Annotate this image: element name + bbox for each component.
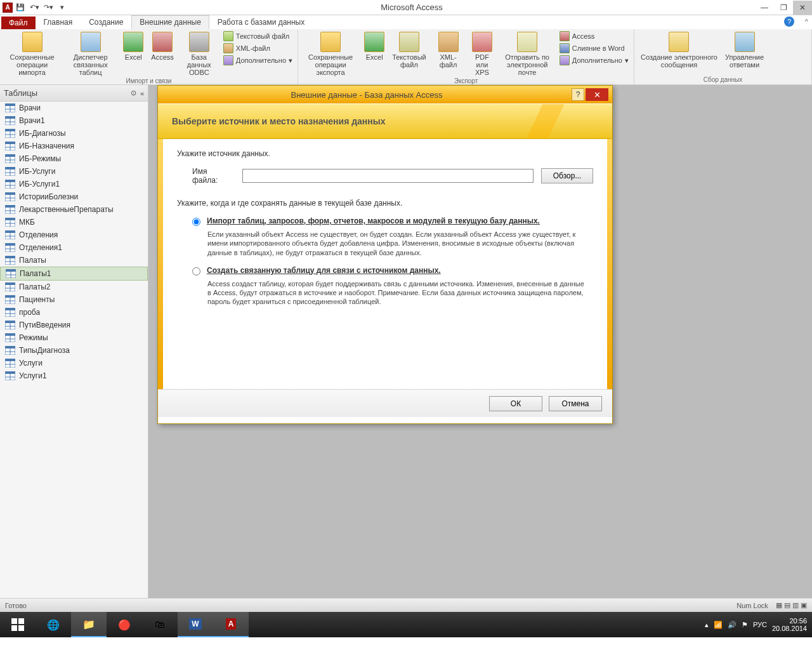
- table-icon: [5, 256, 15, 265]
- file-name-input[interactable]: [242, 169, 534, 183]
- create-email-button[interactable]: Создание электронного сообщения: [638, 30, 720, 70]
- dialog-close-button[interactable]: ✕: [586, 88, 608, 101]
- table-icon: [5, 295, 15, 304]
- pdf-icon: [472, 32, 492, 52]
- export-more-button[interactable]: Дополнительно ▾: [558, 55, 630, 66]
- tab-create[interactable]: Создание: [81, 15, 131, 29]
- tab-database-tools[interactable]: Работа с базами данных: [209, 15, 313, 29]
- saved-imports-button[interactable]: Сохраненные операции импорта: [4, 30, 60, 77]
- tray-up-icon[interactable]: ▴: [705, 621, 709, 629]
- nav-table-item[interactable]: ТипыДиагноза: [0, 344, 148, 357]
- nav-table-item[interactable]: Услуги: [0, 357, 148, 369]
- tray-volume-icon[interactable]: 🔊: [728, 621, 737, 629]
- taskbar: 🌐 📁 🔴 🛍 W A ▴ 📶 🔊 ⚑ РУС 20:56 20.08.2014: [0, 612, 812, 637]
- nav-table-item[interactable]: Врачи: [0, 102, 148, 114]
- nav-table-item[interactable]: Отделения1: [0, 241, 148, 254]
- import-xml-button[interactable]: XML-файл: [222, 43, 294, 54]
- help-icon[interactable]: ?: [784, 17, 794, 27]
- nav-table-item[interactable]: ИБ-Услуги: [0, 165, 148, 178]
- workspace: Внешние данные - База данных Access ? ✕ …: [148, 85, 812, 598]
- close-button[interactable]: ✕: [793, 1, 812, 15]
- maximize-button[interactable]: ❐: [774, 1, 793, 15]
- excel-icon: [123, 32, 143, 52]
- browse-button[interactable]: Обзор...: [541, 168, 593, 183]
- export-text-button[interactable]: Текстовый файл: [390, 30, 429, 70]
- search-icon[interactable]: ⊙: [131, 89, 136, 97]
- nav-table-item[interactable]: Пациенты: [0, 293, 148, 306]
- nav-table-item[interactable]: ЛекарственныеПрепараты: [0, 203, 148, 216]
- minimize-button[interactable]: —: [755, 1, 774, 15]
- nav-table-item[interactable]: ИБ-Режимы: [0, 152, 148, 165]
- undo-icon[interactable]: ↶▾: [28, 1, 41, 14]
- link-option-label[interactable]: Создать связанную таблицу для связи с ис…: [207, 266, 441, 275]
- view-buttons[interactable]: ▦ ▤ ▥ ▣: [776, 601, 807, 609]
- nav-table-item[interactable]: ИБ-Назначения: [0, 140, 148, 152]
- import-text-button[interactable]: Текстовый файл: [222, 30, 294, 42]
- collapse-pane-icon[interactable]: «: [140, 90, 144, 97]
- import-more-button[interactable]: Дополнительно ▾: [222, 55, 294, 66]
- export-xml-button[interactable]: XML-файл: [431, 30, 466, 70]
- table-icon: [5, 154, 15, 163]
- cancel-button[interactable]: Отмена: [549, 396, 602, 411]
- linked-table-manager-button[interactable]: Диспетчер связанных таблиц: [63, 30, 118, 77]
- taskbar-word[interactable]: W: [178, 612, 213, 637]
- import-odbc-button[interactable]: База данных ODBC: [179, 30, 219, 77]
- tab-external-data[interactable]: Внешние данные: [131, 15, 209, 29]
- ribbon-tabs: Файл Главная Создание Внешние данные Раб…: [0, 15, 812, 29]
- ok-button[interactable]: ОК: [489, 396, 542, 411]
- table-icon: [5, 103, 15, 112]
- xml-file-icon: [223, 43, 233, 53]
- tray-lang[interactable]: РУС: [753, 621, 767, 628]
- redo-icon[interactable]: ↷▾: [42, 1, 55, 14]
- nav-table-item[interactable]: Палаты1: [0, 267, 148, 281]
- taskbar-store[interactable]: 🛍: [142, 612, 178, 637]
- table-icon: [5, 359, 15, 368]
- nav-table-item[interactable]: проба: [0, 306, 148, 319]
- taskbar-access[interactable]: A: [213, 612, 249, 637]
- nav-table-item[interactable]: Режимы: [0, 331, 148, 344]
- tab-file[interactable]: Файл: [1, 17, 36, 29]
- import-excel-button[interactable]: Excel: [121, 30, 146, 62]
- export-word-button[interactable]: Слияние в Word: [558, 43, 630, 54]
- nav-table-item[interactable]: Палаты2: [0, 281, 148, 293]
- import-access-button[interactable]: Access: [148, 30, 176, 62]
- taskbar-ie[interactable]: 🌐: [36, 612, 71, 637]
- nav-table-item[interactable]: МКБ: [0, 216, 148, 229]
- table-icon: [5, 346, 15, 355]
- export-access-button[interactable]: Access: [558, 30, 630, 42]
- tab-home[interactable]: Главная: [36, 15, 81, 29]
- export-pdf-button[interactable]: PDF или XPS: [468, 30, 496, 77]
- tray-flag-icon[interactable]: ⚑: [742, 621, 748, 629]
- taskbar-explorer[interactable]: 📁: [71, 612, 107, 637]
- link-option-radio[interactable]: [192, 267, 200, 275]
- taskbar-chrome[interactable]: 🔴: [107, 612, 142, 637]
- table-icon: [5, 333, 15, 342]
- export-excel-button[interactable]: Excel: [362, 30, 387, 62]
- dialog-title: Внешние данные - База данных Access: [162, 90, 572, 100]
- import-option-label[interactable]: Импорт таблиц, запросов, форм, отчетов, …: [207, 216, 540, 226]
- table-icon: [5, 192, 15, 201]
- table-icon: [5, 282, 15, 291]
- folder-export-icon: [320, 32, 341, 52]
- nav-table-item[interactable]: ИБ-Диагнозы: [0, 127, 148, 140]
- nav-table-item[interactable]: Врачи1: [0, 114, 148, 127]
- nav-table-item[interactable]: Отделения: [0, 229, 148, 241]
- saved-exports-button[interactable]: Сохраненные операции экспорта: [302, 30, 359, 77]
- nav-table-item[interactable]: ИсторииБолезни: [0, 190, 148, 203]
- dialog-help-button[interactable]: ?: [572, 88, 584, 101]
- import-option-radio[interactable]: [192, 218, 200, 226]
- start-button[interactable]: [0, 612, 36, 637]
- nav-header[interactable]: Таблицы ⊙ «: [0, 85, 148, 102]
- ribbon-collapse-icon[interactable]: ^: [805, 18, 808, 25]
- tray-clock[interactable]: 20:56 20.08.2014: [772, 617, 807, 632]
- nav-table-item[interactable]: Палаты: [0, 254, 148, 267]
- tray-network-icon[interactable]: 📶: [714, 621, 723, 629]
- save-icon[interactable]: 💾: [14, 1, 27, 14]
- title-bar: A 💾 ↶▾ ↷▾ ▾ Microsoft Access — ❐ ✕: [0, 0, 812, 15]
- nav-table-item[interactable]: ПутиВведения: [0, 319, 148, 331]
- export-email-button[interactable]: Отправить по электронной почте: [499, 30, 555, 77]
- nav-table-item[interactable]: Услуги1: [0, 369, 148, 382]
- nav-table-item[interactable]: ИБ-Услуги1: [0, 178, 148, 190]
- qat-more-icon[interactable]: ▾: [56, 1, 69, 14]
- manage-replies-button[interactable]: Управление ответами: [723, 30, 766, 70]
